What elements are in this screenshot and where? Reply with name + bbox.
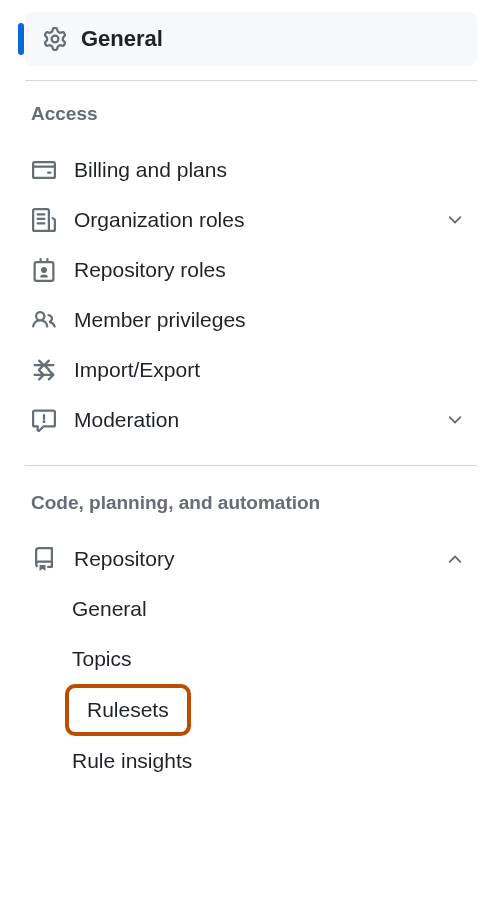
import-export-label: Import/Export (74, 358, 471, 382)
moderation-label: Moderation (74, 408, 445, 432)
sidebar-item-billing[interactable]: Billing and plans (25, 145, 477, 195)
arrows-swap-icon (31, 358, 57, 382)
section-heading-access: Access (25, 103, 477, 125)
gear-icon (43, 27, 67, 51)
sub-item-topics[interactable]: Topics (25, 634, 477, 684)
sidebar-item-moderation[interactable]: Moderation (25, 395, 477, 445)
repo-icon (31, 547, 57, 571)
sub-item-rule-insights[interactable]: Rule insights (25, 736, 477, 786)
chevron-up-icon (445, 549, 471, 569)
sidebar-item-organization-roles[interactable]: Organization roles (25, 195, 477, 245)
report-icon (31, 408, 57, 432)
org-roles-label: Organization roles (74, 208, 445, 232)
billing-label: Billing and plans (74, 158, 471, 182)
credit-card-icon (31, 158, 57, 182)
sub-item-rulesets[interactable]: Rulesets (65, 684, 191, 736)
repo-roles-label: Repository roles (74, 258, 471, 282)
sidebar-item-general[interactable]: General (25, 12, 477, 66)
id-badge-icon (31, 258, 57, 282)
divider (25, 465, 477, 466)
chevron-down-icon (445, 410, 471, 430)
member-priv-label: Member privileges (74, 308, 471, 332)
sub-item-general[interactable]: General (25, 584, 477, 634)
organization-icon (31, 208, 57, 232)
people-icon (31, 308, 57, 332)
repository-label: Repository (74, 547, 445, 571)
chevron-down-icon (445, 210, 471, 230)
sidebar-item-member-privileges[interactable]: Member privileges (25, 295, 477, 345)
divider (25, 80, 477, 81)
section-heading-code: Code, planning, and automation (25, 492, 477, 514)
general-label: General (81, 26, 163, 52)
sidebar-item-repository-roles[interactable]: Repository roles (25, 245, 477, 295)
sidebar-item-import-export[interactable]: Import/Export (25, 345, 477, 395)
sidebar-item-repository[interactable]: Repository (25, 534, 477, 584)
active-indicator (18, 23, 24, 55)
